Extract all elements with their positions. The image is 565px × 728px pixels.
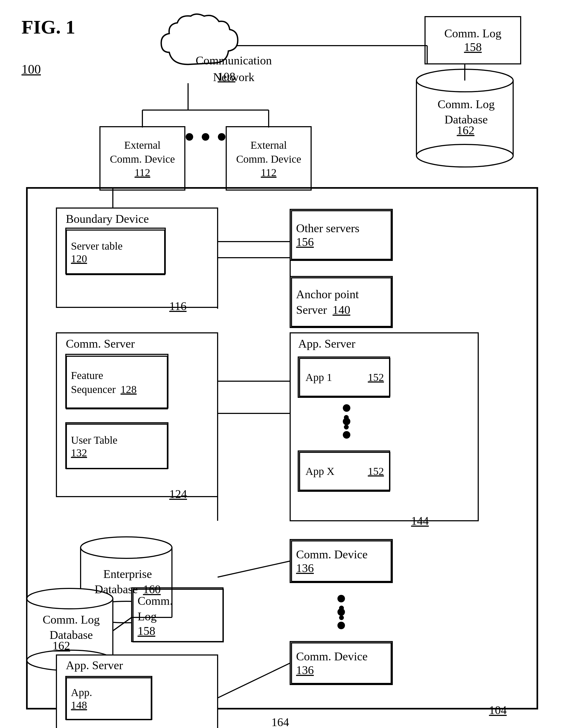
comm-device-dots bbox=[339, 596, 344, 620]
comm-device-2-box: Comm. Device 136 bbox=[291, 642, 392, 684]
svg-point-8 bbox=[218, 133, 225, 141]
comm-device-2-label: Comm. Device bbox=[296, 650, 368, 663]
other-servers-box: Other servers 156 bbox=[291, 210, 392, 260]
appx-ref: 152 bbox=[368, 465, 384, 478]
comm-log-top-ref: 158 bbox=[464, 40, 482, 54]
other-servers-label: Other servers bbox=[296, 221, 360, 235]
svg-point-7 bbox=[202, 133, 209, 141]
comm-device-1-ref: 136 bbox=[296, 561, 314, 575]
user-table-label: User Table bbox=[71, 434, 117, 446]
server-table-ref: 120 bbox=[71, 252, 87, 265]
boundary-ref: 116 bbox=[169, 299, 186, 313]
app1-box: App 1 152 bbox=[299, 358, 390, 397]
appx-box: App X 152 bbox=[299, 452, 390, 491]
svg-point-48 bbox=[417, 69, 513, 92]
comm-device-2-ref: 136 bbox=[296, 663, 314, 677]
ext-device-1-label: External Comm. Device bbox=[110, 138, 175, 166]
boundary-device-label: Boundary Device bbox=[66, 212, 149, 226]
server-table-box: Server table 120 bbox=[66, 230, 165, 275]
ext-device-2-label: External Comm. Device bbox=[236, 138, 301, 166]
comm-log-inner-box: Comm. Log 158 bbox=[132, 589, 224, 642]
app-inner-box: App. 148 bbox=[66, 677, 152, 720]
ext-device-2-box: External Comm. Device 112 bbox=[226, 126, 312, 191]
comm-log-db-top-ref: 162 bbox=[457, 123, 475, 137]
comm-log-db-top-label: Comm. Log Database bbox=[418, 97, 515, 127]
figure-title: FIG. 1 bbox=[21, 16, 75, 38]
ref-104: 104 bbox=[489, 703, 507, 717]
comm-log-left-ref: 162 bbox=[52, 639, 70, 653]
svg-line-31 bbox=[217, 561, 290, 577]
ref-100: 100 bbox=[21, 62, 41, 77]
comm-server-label: Comm. Server bbox=[66, 337, 135, 351]
svg-point-35 bbox=[338, 622, 345, 629]
comm-log-top-label: Comm. Log bbox=[444, 27, 502, 40]
comm-log-left-label: Comm. Log Database bbox=[31, 612, 111, 643]
comm-server-ref: 124 bbox=[169, 487, 187, 501]
svg-point-29 bbox=[81, 537, 172, 558]
comm-device-1-box: Comm. Device 136 bbox=[291, 540, 392, 582]
ref-164: 164 bbox=[271, 715, 289, 728]
feature-sequencer-box: Feature Sequencer 128 bbox=[66, 356, 168, 409]
app-inner-ref: 148 bbox=[71, 699, 87, 711]
ext-device-2-ref: 112 bbox=[261, 166, 277, 179]
server-table-label: Server table bbox=[71, 240, 122, 252]
user-table-ref: 132 bbox=[71, 446, 87, 459]
svg-point-6 bbox=[186, 133, 193, 141]
svg-point-49 bbox=[417, 144, 513, 167]
app-server-big-ref: 144 bbox=[411, 514, 429, 528]
app-server-big-label: App. Server bbox=[298, 337, 356, 351]
comm-log-inner-ref: 158 bbox=[137, 624, 155, 638]
anchor-server-box: Anchor point Server 140 bbox=[291, 277, 392, 327]
feature-seq-label: Feature Sequencer 128 bbox=[71, 369, 137, 396]
svg-line-44 bbox=[217, 663, 290, 698]
comm-device-1-label: Comm. Device bbox=[296, 548, 368, 561]
app1-ref: 152 bbox=[368, 371, 384, 384]
svg-line-41 bbox=[113, 617, 132, 631]
app-server-bottom-label: App. Server bbox=[66, 658, 123, 672]
comm-log-top-box: Comm. Log 158 bbox=[425, 16, 521, 64]
anchor-label: Anchor point Server 140 bbox=[296, 287, 359, 317]
ext-device-1-box: External Comm. Device 112 bbox=[99, 126, 185, 191]
user-table-box: User Table 132 bbox=[66, 424, 168, 469]
app1-label: App 1 bbox=[306, 371, 332, 384]
appx-label: App X bbox=[306, 465, 335, 478]
app-inner-label: App. bbox=[71, 686, 92, 699]
cloud-ref: 108 bbox=[217, 70, 235, 83]
app-dots bbox=[344, 405, 349, 429]
other-servers-ref: 156 bbox=[296, 235, 314, 249]
comm-log-inner-label: Comm. Log bbox=[137, 593, 173, 624]
ext-device-1-ref: 112 bbox=[135, 166, 150, 179]
svg-point-27 bbox=[343, 431, 350, 439]
